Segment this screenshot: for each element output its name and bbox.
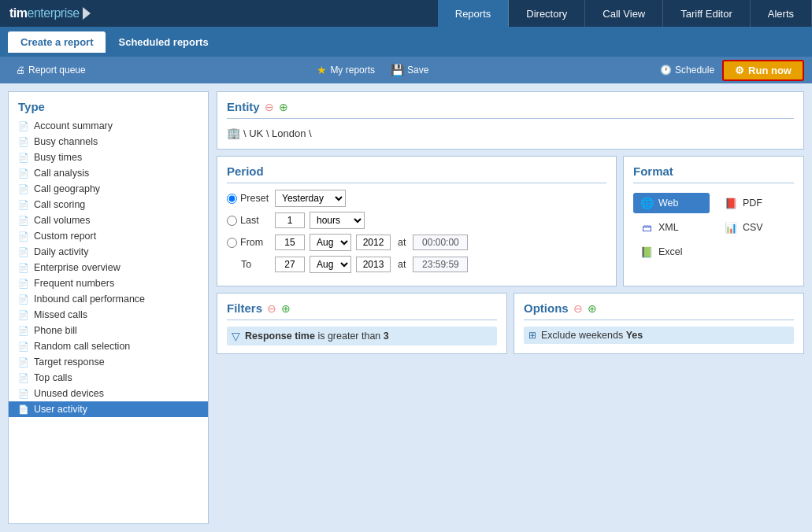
- report-queue-button[interactable]: 🖨 Report queue: [8, 65, 94, 76]
- table-icon: ⊞: [528, 330, 536, 341]
- sidebar-list-item[interactable]: 📄Call scoring: [9, 197, 208, 212]
- format-grid: 🌐Web📕PDF🗃XML📊CSV📗Excel: [633, 190, 794, 265]
- format-option-xml[interactable]: 🗃XML: [633, 217, 710, 238]
- entity-building-icon: 🏢: [227, 127, 240, 139]
- document-icon: 📄: [18, 373, 29, 383]
- save-label: Save: [407, 65, 428, 76]
- sidebar-list-item[interactable]: 📄Daily activity: [9, 244, 208, 260]
- format-option-excel[interactable]: 📗Excel: [633, 242, 710, 262]
- last-value-input[interactable]: [275, 212, 305, 228]
- sidebar-list-item[interactable]: 📄Call geography: [9, 181, 208, 197]
- period-title: Period: [227, 164, 264, 178]
- sidebar-list-item[interactable]: 📄Frequent numbers: [9, 275, 208, 291]
- logo-arrow-icon: [83, 7, 91, 20]
- last-unit-select[interactable]: hoursdaysweeksmonths: [310, 212, 365, 229]
- period-format-row: Period Preset YesterdayTodayThis weekLas…: [217, 156, 804, 286]
- preset-row: Preset YesterdayTodayThis weekLast weekT…: [227, 190, 606, 207]
- entity-divider: [227, 118, 794, 119]
- sidebar-list-item[interactable]: 📄Target response: [9, 354, 208, 370]
- from-at-label: at: [398, 237, 406, 248]
- report-queue-label: Report queue: [28, 65, 86, 76]
- sidebar-list-item[interactable]: 📄User activity: [9, 401, 208, 417]
- options-remove-icon[interactable]: ⊖: [573, 302, 583, 315]
- sidebar-list-item[interactable]: 📄Unused devices: [9, 386, 208, 401]
- sub-tab-create[interactable]: Create a report: [8, 31, 106, 53]
- format-divider: [633, 183, 794, 183]
- entity-title-row: Entity ⊖ ⊕: [227, 100, 794, 113]
- xml-format-label: XML: [658, 222, 679, 233]
- from-time-input[interactable]: [413, 235, 468, 250]
- format-option-web[interactable]: 🌐Web: [633, 193, 710, 213]
- nav-tab-tariff[interactable]: Tariff Editor: [663, 0, 751, 27]
- document-icon: 📄: [18, 326, 29, 336]
- options-add-icon[interactable]: ⊕: [588, 302, 597, 315]
- options-title-row: Options ⊖ ⊕: [524, 301, 794, 315]
- star-icon: ★: [317, 64, 327, 76]
- save-button[interactable]: 💾 Save: [383, 64, 436, 76]
- sidebar-item-label: Call scoring: [34, 199, 85, 210]
- to-time-input[interactable]: [413, 257, 468, 272]
- preset-select[interactable]: YesterdayTodayThis weekLast weekThis mon…: [275, 190, 346, 207]
- filters-title: Filters: [227, 301, 262, 315]
- from-month-select[interactable]: JanFebMarAprMayJunJulAugSepOctNovDec: [310, 234, 351, 251]
- sidebar-list-item[interactable]: 📄Missed calls: [9, 307, 208, 323]
- document-icon: 📄: [18, 357, 29, 368]
- sidebar-list-item[interactable]: 📄Account summary: [9, 118, 208, 134]
- to-month-select[interactable]: JanFebMarAprMayJunJulAugSepOctNovDec: [310, 256, 351, 273]
- from-day-input[interactable]: [275, 235, 305, 250]
- filters-add-icon[interactable]: ⊕: [281, 302, 291, 315]
- document-icon: 📄: [18, 294, 29, 305]
- my-reports-button[interactable]: ★ My reports: [309, 64, 383, 76]
- preset-radio[interactable]: [227, 194, 237, 204]
- options-divider: [524, 320, 794, 320]
- to-year-input[interactable]: [356, 257, 391, 272]
- logo: timenterprise: [9, 6, 80, 20]
- filter-item: ▽Response time is greater than 3: [227, 327, 497, 345]
- sidebar-list-item[interactable]: 📄Custom report: [9, 228, 208, 244]
- sidebar-list-item[interactable]: 📄Busy times: [9, 150, 208, 165]
- nav-tab-reports[interactable]: Reports: [438, 0, 510, 27]
- format-option-csv[interactable]: 📊CSV: [717, 217, 794, 238]
- sidebar-list-item[interactable]: 📄Busy channels: [9, 134, 208, 150]
- main-content: Type 📄Account summary📄Busy channels📄Busy…: [0, 83, 812, 532]
- my-reports-label: My reports: [330, 65, 375, 76]
- entity-remove-icon[interactable]: ⊖: [265, 101, 274, 113]
- nav-tab-directory[interactable]: Directory: [509, 0, 585, 27]
- nav-tab-alerts[interactable]: Alerts: [751, 0, 812, 27]
- format-option-pdf[interactable]: 📕PDF: [717, 193, 794, 213]
- document-icon: 📄: [18, 216, 29, 226]
- sidebar-list: 📄Account summary📄Busy channels📄Busy time…: [9, 118, 208, 496]
- run-icon: ⚙: [735, 65, 744, 76]
- pdf-format-label: PDF: [743, 198, 762, 209]
- sidebar-list-item[interactable]: 📄Call analysis: [9, 165, 208, 181]
- from-radio[interactable]: [227, 238, 237, 248]
- sidebar-list-item[interactable]: 📄Top calls: [9, 370, 208, 386]
- sidebar-list-item[interactable]: 📄Random call selection: [9, 338, 208, 354]
- filters-panel: Filters ⊖ ⊕ ▽Response time is greater th…: [217, 293, 507, 354]
- funnel-icon: ▽: [232, 330, 240, 342]
- from-year-input[interactable]: [356, 235, 391, 250]
- to-label: To: [227, 259, 270, 270]
- sidebar-item-label: Busy times: [34, 152, 82, 163]
- filters-remove-icon[interactable]: ⊖: [267, 302, 276, 315]
- sidebar-list-item[interactable]: 📄Enterprise overview: [9, 260, 208, 275]
- top-nav: timenterprise Reports Directory Call Vie…: [0, 0, 812, 27]
- clock-icon: 🕐: [660, 65, 672, 76]
- sidebar-item-label: Daily activity: [34, 246, 88, 257]
- to-at-label: at: [398, 259, 406, 270]
- sidebar-list-item[interactable]: 📄Call volumes: [9, 212, 208, 228]
- document-icon: 📄: [18, 279, 29, 289]
- to-day-input[interactable]: [275, 257, 305, 272]
- sidebar-list-item[interactable]: 📄Inbound call performance: [9, 291, 208, 307]
- entity-add-icon[interactable]: ⊕: [279, 101, 288, 113]
- sub-tab-scheduled[interactable]: Scheduled reports: [106, 31, 221, 53]
- sidebar-item-label: Random call selection: [34, 341, 130, 352]
- last-radio[interactable]: [227, 216, 237, 226]
- sidebar-item-label: Target response: [34, 357, 105, 368]
- schedule-button[interactable]: 🕐 Schedule: [652, 65, 722, 76]
- sidebar-list-item[interactable]: 📄Phone bill: [9, 323, 208, 338]
- nav-tab-callview[interactable]: Call View: [585, 0, 663, 27]
- options-title: Options: [524, 301, 569, 315]
- sidebar-item-label: Custom report: [34, 231, 96, 242]
- run-now-button[interactable]: ⚙ Run now: [722, 60, 804, 81]
